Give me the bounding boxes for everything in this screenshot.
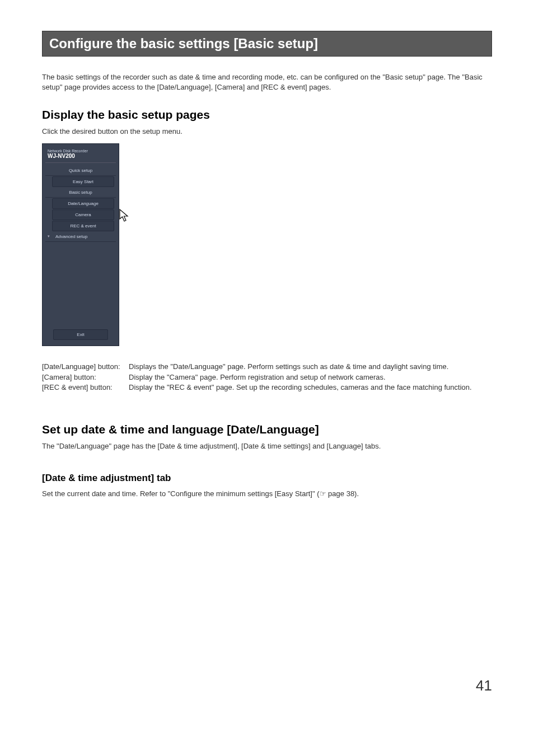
menu-camera[interactable]: Camera: [52, 209, 114, 220]
section3-text: Set the current date and time. Refer to …: [42, 489, 492, 498]
menu-advanced-setup[interactable]: Advanced setup: [45, 232, 116, 242]
button-row-date-language: [Date/Language] button: Displays the "Da…: [42, 362, 492, 372]
section2-text: The "Date/Language" page has the [Date &…: [42, 442, 492, 450]
button-desc: Displays the "Date/Language" page. Perfo…: [129, 362, 492, 372]
section1-text: Click the desired button on the setup me…: [42, 127, 492, 136]
button-label: [Date/Language] button:: [42, 362, 129, 372]
section3-heading: [Date & time adjustment] tab: [42, 473, 492, 484]
page-title-bar: Configure the basic settings [Basic setu…: [42, 31, 492, 57]
menu-rec-event[interactable]: REC & event: [52, 221, 114, 231]
device-menu-panel: Network Disk Recorder WJ-NV200 Quick set…: [42, 143, 119, 346]
button-row-rec-event: [REC & event] button: Display the "REC &…: [42, 382, 492, 393]
page-number: 41: [42, 677, 492, 694]
button-label: [Camera] button:: [42, 372, 129, 382]
button-desc: Display the "Camera" page. Perform regis…: [129, 372, 492, 382]
device-screenshot: Network Disk Recorder WJ-NV200 Quick set…: [42, 143, 492, 346]
device-model-text: WJ-NV200: [45, 153, 116, 163]
button-label: [REC & event] button:: [42, 382, 129, 393]
cursor-icon: [119, 208, 131, 223]
exit-button[interactable]: Exit: [53, 329, 108, 340]
menu-easy-start[interactable]: Easy Start: [52, 176, 114, 187]
menu-basic-setup[interactable]: Basic setup: [45, 188, 116, 198]
button-desc: Display the "REC & event" page. Set up t…: [129, 382, 492, 393]
menu-quick-setup[interactable]: Quick setup: [45, 166, 116, 176]
device-header-text: Network Disk Recorder: [45, 147, 116, 153]
intro-paragraph: The basic settings of the recorder such …: [42, 72, 492, 92]
section1-heading: Display the basic setup pages: [42, 108, 492, 122]
menu-date-language[interactable]: Date/Language: [52, 198, 114, 209]
button-descriptions: [Date/Language] button: Displays the "Da…: [42, 362, 492, 393]
button-row-camera: [Camera] button: Display the "Camera" pa…: [42, 372, 492, 382]
section2-heading: Set up date & time and language [Date/La…: [42, 423, 492, 436]
